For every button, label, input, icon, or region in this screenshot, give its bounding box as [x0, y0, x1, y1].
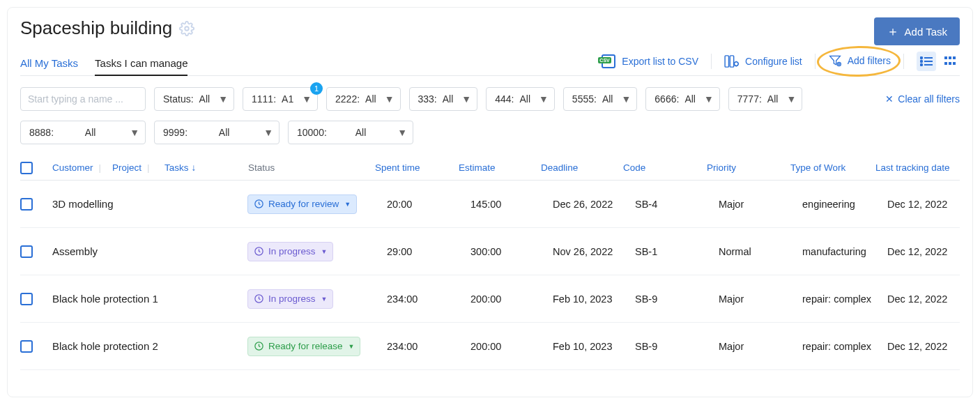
- svg-rect-13: [953, 56, 956, 59]
- col-estimate[interactable]: Estimate: [459, 162, 541, 173]
- view-grid-button[interactable]: [940, 52, 960, 71]
- sort-down-icon: ↓: [192, 162, 197, 173]
- row-checkbox[interactable]: [20, 198, 33, 211]
- table-row: Black hole protection 1In progress▼234:0…: [20, 275, 960, 323]
- clear-all-filters-button[interactable]: ✕ Clear all filters: [885, 93, 960, 105]
- filter-Status[interactable]: Status: All▼: [154, 87, 234, 111]
- svg-rect-1: [725, 56, 728, 67]
- chevron-down-icon: ▼: [786, 93, 796, 105]
- add-filters-button[interactable]: Add filters: [828, 54, 891, 67]
- toolbar-separator: [711, 54, 712, 69]
- search-input[interactable]: [26, 93, 151, 105]
- filter-value: All: [355, 127, 367, 138]
- status-label: In progress: [268, 293, 316, 304]
- filter-label: 5555:: [572, 93, 597, 105]
- clock-icon: [254, 341, 264, 351]
- status-pill[interactable]: In progress▼: [247, 289, 333, 309]
- add-task-label: Add Task: [905, 26, 947, 38]
- tab-0[interactable]: All My Tasks: [20, 57, 78, 75]
- type-of-work: repair: complex: [802, 341, 887, 352]
- code: SB-4: [635, 199, 719, 210]
- spent-time: 29:00: [387, 246, 470, 257]
- col-last-tracking[interactable]: Last tracking date: [875, 162, 973, 173]
- filter-value: All: [219, 127, 230, 138]
- last-tracking: Dec 12, 2022: [887, 246, 980, 257]
- clock-icon: [254, 293, 264, 304]
- status-pill[interactable]: Ready for review▼: [247, 194, 357, 214]
- filter-6666[interactable]: 6666: All▼: [645, 87, 719, 111]
- toolbar-separator: [903, 54, 904, 69]
- status-pill[interactable]: Ready for release▼: [247, 337, 360, 356]
- col-priority[interactable]: Priority: [707, 162, 790, 173]
- svg-point-7: [921, 61, 922, 62]
- priority: Major: [719, 293, 802, 305]
- filter-value: All: [519, 93, 530, 105]
- task-name[interactable]: Assembly: [52, 245, 247, 257]
- filter-9999[interactable]: 9999: All▼: [154, 121, 280, 144]
- filter-2222[interactable]: 2222: All▼: [326, 87, 400, 111]
- svg-rect-11: [944, 56, 947, 59]
- task-name[interactable]: Black hole protection 2: [52, 340, 247, 352]
- col-spent-time[interactable]: Spent time: [375, 162, 459, 173]
- last-tracking: Dec 12, 2022: [887, 199, 980, 210]
- col-tasks[interactable]: Tasks ↓: [164, 162, 248, 173]
- filter-label: 1111:: [252, 93, 276, 105]
- configure-list-label: Configure list: [745, 56, 802, 67]
- select-all-checkbox[interactable]: [20, 162, 33, 174]
- chevron-down-icon: ▼: [385, 93, 395, 105]
- deadline: Feb 10, 2023: [553, 293, 635, 305]
- tab-1[interactable]: Tasks I can manage: [95, 57, 187, 76]
- caret-down-icon: ▼: [321, 248, 328, 255]
- deadline: Nov 26, 2022: [553, 246, 635, 257]
- priority: Normal: [719, 246, 802, 257]
- filter-value: All: [767, 93, 779, 105]
- caret-down-icon: ▼: [321, 296, 328, 303]
- filter-label: 444:: [495, 93, 514, 105]
- code: SB-9: [635, 341, 719, 352]
- chevron-down-icon: ▼: [130, 127, 139, 138]
- col-deadline[interactable]: Deadline: [541, 162, 623, 173]
- row-checkbox[interactable]: [20, 245, 33, 258]
- task-name[interactable]: 3D modelling: [52, 198, 247, 210]
- table-row: 3D modellingReady for review▼20:00145:00…: [20, 181, 960, 228]
- filter-label: 10000:: [297, 127, 327, 138]
- priority: Major: [719, 341, 802, 352]
- status-pill[interactable]: In progress▼: [247, 242, 333, 261]
- toolbar-separator: [815, 54, 816, 69]
- filter-10000[interactable]: 10000: All▼: [288, 121, 413, 144]
- filter-add-icon: [828, 54, 842, 67]
- col-project[interactable]: Project|: [112, 162, 164, 173]
- clock-icon: [254, 246, 264, 257]
- col-customer[interactable]: Customer|: [52, 162, 112, 173]
- svg-rect-15: [949, 62, 951, 65]
- configure-list-button[interactable]: Configure list: [724, 55, 802, 68]
- view-list-button[interactable]: [917, 52, 936, 71]
- table-row: AssemblyIn progress▼29:00300:00Nov 26, 2…: [20, 228, 960, 275]
- row-checkbox[interactable]: [20, 340, 33, 353]
- gear-icon[interactable]: [179, 21, 194, 36]
- filter-1111[interactable]: 1111: A1▼1: [243, 87, 318, 111]
- col-type[interactable]: Type of Work: [790, 162, 875, 173]
- filter-7777[interactable]: 7777: All▼: [728, 87, 802, 111]
- task-name[interactable]: Black hole protection 1: [52, 293, 247, 305]
- export-csv-button[interactable]: CSV Export list to CSV: [598, 54, 698, 68]
- table-row: Black hole protection 2Ready for release…: [20, 323, 960, 370]
- plus-icon: ＋: [887, 25, 899, 38]
- spent-time: 234:00: [387, 341, 470, 352]
- spent-time: 20:00: [387, 199, 470, 210]
- filter-333[interactable]: 333: All▼: [409, 87, 478, 111]
- add-task-button[interactable]: ＋ Add Task: [874, 17, 960, 45]
- filter-8888[interactable]: 8888: All▼: [20, 121, 146, 144]
- caret-down-icon: ▼: [349, 343, 355, 350]
- estimate: 200:00: [470, 341, 553, 352]
- status-label: Ready for review: [268, 199, 339, 209]
- svg-rect-2: [730, 56, 733, 67]
- filter-5555[interactable]: 5555: All▼: [563, 87, 637, 111]
- row-checkbox[interactable]: [20, 293, 33, 305]
- estimate: 300:00: [470, 246, 553, 257]
- col-code[interactable]: Code: [623, 162, 707, 173]
- filter-444[interactable]: 444: All▼: [486, 87, 555, 111]
- svg-point-9: [921, 64, 922, 66]
- search-input-wrapper[interactable]: [20, 87, 146, 111]
- type-of-work: manufacturing: [802, 246, 887, 257]
